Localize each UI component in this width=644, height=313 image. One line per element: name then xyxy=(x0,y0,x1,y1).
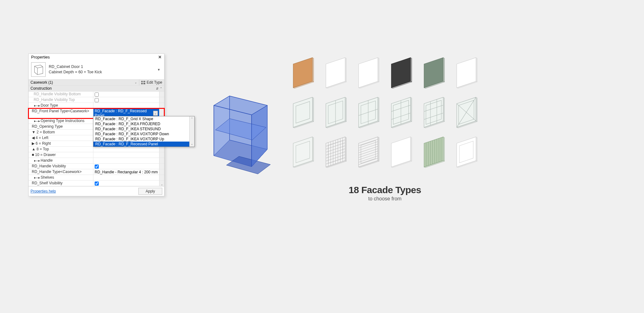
row-handle-vis-top[interactable]: RD_Handle Visibility Top xyxy=(29,97,164,103)
group-label: Construction xyxy=(31,86,52,91)
row-handle-visibility[interactable]: RD_Handle Visibility xyxy=(29,164,164,169)
param-value[interactable] xyxy=(93,103,159,108)
dropdown-item[interactable]: RD_Facade : RD_F_IKEA FRÖJERED xyxy=(93,121,194,126)
scrollbar[interactable] xyxy=(159,158,164,163)
row-shelves[interactable]: Shelves xyxy=(29,175,164,181)
panel-header: RD_Cabinet Door 1 Cabinet Depth = 60 + T… xyxy=(29,60,164,79)
facade-gallery: 18 Facade Types to choose from xyxy=(289,55,480,202)
facade-tile-flat-white-1 xyxy=(322,55,350,90)
facade-tile-flat-orange xyxy=(289,55,318,90)
facade-tile-slat-green xyxy=(420,134,448,170)
collapse-icon[interactable]: ⌃ xyxy=(160,87,162,90)
pin-icon[interactable]: ⇵ xyxy=(156,87,158,90)
row-door-type[interactable]: Door Type xyxy=(29,103,164,109)
svg-marker-26 xyxy=(476,58,477,82)
checkbox[interactable] xyxy=(95,92,99,97)
scrollbar[interactable] xyxy=(159,92,164,97)
svg-marker-56 xyxy=(443,97,445,121)
scrollbar[interactable] xyxy=(159,169,164,175)
scrollbar[interactable] xyxy=(159,175,164,180)
param-label: ■ 10 = Drawer xyxy=(29,152,93,158)
facade-tile-recessed-2 xyxy=(453,134,481,170)
family-preview-icon xyxy=(31,62,46,77)
svg-marker-30 xyxy=(313,97,314,121)
edit-type-icon xyxy=(141,81,145,84)
param-value[interactable] xyxy=(93,97,159,103)
param-label: RD_Front Panel Type<Casework> xyxy=(29,109,93,118)
scrollbar-down-icon[interactable]: ⌄ xyxy=(159,181,164,186)
svg-marker-100 xyxy=(411,137,412,161)
facade-tile-flat-white-2 xyxy=(355,55,383,90)
family-info: RD_Cabinet Door 1 Cabinet Depth = 60 + T… xyxy=(49,64,102,75)
param-value[interactable] xyxy=(93,147,159,152)
row-top[interactable]: ▲ 8 = Top xyxy=(29,147,164,152)
scrollbar[interactable] xyxy=(159,97,164,103)
param-label: ▲ 8 = Top xyxy=(29,147,93,152)
caption-subtitle: to choose from xyxy=(289,196,480,202)
family-type: Cabinet Depth = 60 + Toe Kick xyxy=(49,70,102,75)
properties-help-link[interactable]: Properties help xyxy=(31,189,56,193)
param-value[interactable] xyxy=(93,181,159,186)
facade-grid xyxy=(289,55,480,170)
param-label: RD_Handle Visibility Top xyxy=(29,97,93,103)
front-panel-dropdown[interactable]: RD_Facade : RD_F_Grid X Shape RD_Facade … xyxy=(93,116,195,147)
param-value[interactable] xyxy=(93,164,159,169)
svg-marker-20 xyxy=(411,58,412,82)
dropdown-toggle-icon[interactable]: ⌄ xyxy=(153,111,158,116)
edit-type-label: Edit Type xyxy=(147,80,162,85)
svg-marker-41 xyxy=(378,97,379,121)
facade-tile-recessed-1 xyxy=(289,134,318,170)
dropdown-item[interactable]: RD_Facade : RD_F_IKEA VOXTORP Up xyxy=(93,137,194,142)
edit-type-button[interactable]: Edit Type xyxy=(139,80,164,85)
row-shelf-visibility[interactable]: RD_Shelf Visibility ⌄ xyxy=(29,181,164,186)
svg-marker-23 xyxy=(443,58,445,82)
close-icon[interactable]: ✕ xyxy=(158,55,162,59)
scrollbar[interactable] xyxy=(159,103,164,108)
param-value[interactable] xyxy=(93,158,159,163)
dropdown-scrollbar[interactable]: ⌃ ⌄ xyxy=(189,116,194,147)
facade-tile-glass-6pane xyxy=(387,95,416,130)
checkbox[interactable] xyxy=(95,182,99,186)
svg-marker-84 xyxy=(345,137,347,161)
gallery-caption: 18 Facade Types to choose from xyxy=(289,185,480,202)
svg-marker-97 xyxy=(378,137,379,161)
param-label: RD_Opening Type xyxy=(29,124,93,129)
dropdown-item[interactable]: RD_Facade : RD_F_Grid X Shape xyxy=(93,116,194,121)
instance-selector[interactable]: Casework (1) ⌄ xyxy=(29,80,139,85)
row-drawer[interactable]: ■ 10 = Drawer xyxy=(29,152,164,158)
svg-marker-14 xyxy=(345,58,347,82)
facade-tile-glass-1pane xyxy=(289,95,318,130)
checkbox[interactable] xyxy=(95,98,99,102)
svg-marker-66 xyxy=(313,137,314,161)
checkbox[interactable] xyxy=(95,165,99,169)
scrollbar[interactable] xyxy=(159,147,164,152)
param-value[interactable] xyxy=(93,175,159,180)
group-construction[interactable]: Construction ⇵⌃ xyxy=(29,86,164,92)
dropdown-item[interactable]: RD_Facade : RD_F_IKEA VOXTORP Down xyxy=(93,131,194,137)
param-label: Shelves xyxy=(29,175,93,180)
scroll-down-icon[interactable]: ⌄ xyxy=(190,142,194,147)
panel-titlebar: Properties ✕ xyxy=(29,54,164,60)
param-value[interactable]: RD_Handle - Rectangular 4 : 200 mm xyxy=(93,169,159,175)
scrollbar[interactable] xyxy=(159,164,164,169)
dropdown-item[interactable]: RD_Facade : RD_F_IKEA STENSUND xyxy=(93,126,194,131)
svg-marker-111 xyxy=(443,137,445,161)
scroll-up-icon[interactable]: ⌃ xyxy=(190,116,194,121)
scrollbar[interactable] xyxy=(159,152,164,158)
param-label: ◀ 4 = Left xyxy=(29,135,93,141)
facade-tile-flat-green xyxy=(420,55,448,90)
chevron-down-icon: ⌄ xyxy=(135,81,137,84)
row-handle-type[interactable]: RD_Handle Type<Casework> RD_Handle - Rec… xyxy=(29,169,164,175)
param-label: Door Type xyxy=(29,103,93,108)
row-handle-vis-bottom[interactable]: RD_Handle Visibility Bottom xyxy=(29,92,164,97)
row-handle[interactable]: Handle xyxy=(29,158,164,164)
dropdown-item-selected[interactable]: RD_Facade : RD_F_Recessed Panel xyxy=(93,142,194,147)
param-value[interactable] xyxy=(93,92,159,97)
param-label: Opening Type Instructions xyxy=(29,118,93,124)
family-dropdown-icon[interactable]: ▼ xyxy=(157,68,160,71)
apply-button[interactable]: Apply xyxy=(138,188,162,195)
svg-marker-62 xyxy=(476,97,477,121)
param-label: RD_Handle Visibility xyxy=(29,164,93,169)
param-label: RD_Handle Visibility Bottom xyxy=(29,92,93,97)
param-value[interactable] xyxy=(93,152,159,158)
